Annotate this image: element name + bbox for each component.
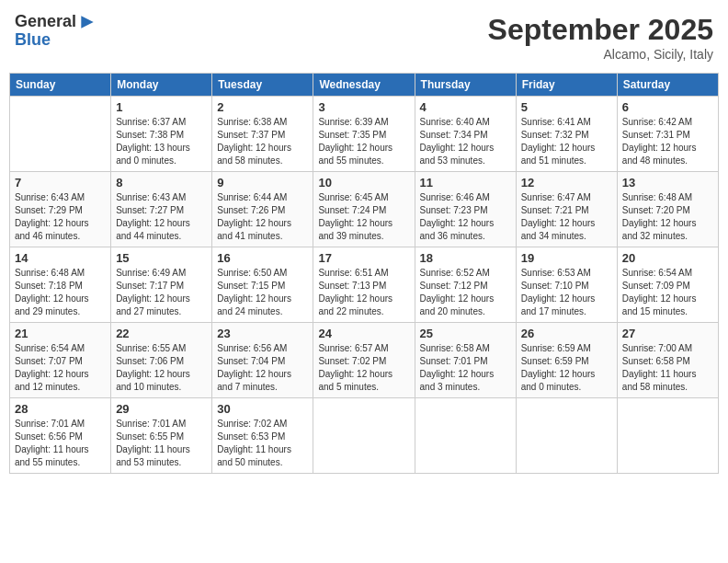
table-row: 5Sunrise: 6:41 AMSunset: 7:32 PMDaylight… (516, 97, 617, 172)
table-row: 21Sunrise: 6:54 AMSunset: 7:07 PMDayligh… (10, 323, 111, 398)
logo-blue-text: Blue (15, 31, 76, 50)
table-row: 25Sunrise: 6:58 AMSunset: 7:01 PMDayligh… (415, 323, 516, 398)
day-info: Sunrise: 6:48 AMSunset: 7:18 PMDaylight:… (15, 267, 106, 318)
day-info: Sunrise: 7:01 AMSunset: 6:56 PMDaylight:… (15, 418, 106, 469)
day-info: Sunrise: 6:45 AMSunset: 7:24 PMDaylight:… (318, 191, 409, 243)
table-row: 29Sunrise: 7:01 AMSunset: 6:55 PMDayligh… (111, 398, 212, 474)
logo: General Blue (15, 13, 97, 50)
day-number: 5 (521, 100, 612, 114)
day-number: 26 (521, 327, 612, 340)
day-number: 10 (318, 176, 409, 190)
table-row: 2Sunrise: 6:38 AMSunset: 7:37 PMDaylight… (212, 97, 313, 172)
day-info: Sunrise: 6:44 AMSunset: 7:26 PMDaylight:… (217, 191, 308, 243)
calendar-week-row: 28Sunrise: 7:01 AMSunset: 6:56 PMDayligh… (10, 398, 719, 474)
logo-icon (78, 13, 97, 31)
day-number: 6 (622, 100, 713, 114)
day-number: 12 (521, 176, 612, 190)
day-info: Sunrise: 6:59 AMSunset: 6:59 PMDaylight:… (521, 342, 612, 394)
day-info: Sunrise: 6:42 AMSunset: 7:31 PMDaylight:… (622, 116, 713, 167)
table-row: 20Sunrise: 6:54 AMSunset: 7:09 PMDayligh… (617, 247, 718, 323)
calendar-header-row: Sunday Monday Tuesday Wednesday Thursday… (10, 74, 719, 97)
table-row: 27Sunrise: 7:00 AMSunset: 6:58 PMDayligh… (617, 323, 718, 398)
calendar-week-row: 7Sunrise: 6:43 AMSunset: 7:29 PMDaylight… (10, 172, 719, 247)
day-info: Sunrise: 7:01 AMSunset: 6:55 PMDaylight:… (116, 418, 207, 469)
day-info: Sunrise: 6:46 AMSunset: 7:23 PMDaylight:… (420, 191, 511, 243)
page-header: General Blue September 2025 Alcamo, Sici… (9, 9, 719, 65)
table-row: 9Sunrise: 6:44 AMSunset: 7:26 PMDaylight… (212, 172, 313, 247)
table-row: 14Sunrise: 6:48 AMSunset: 7:18 PMDayligh… (10, 247, 111, 323)
day-number: 28 (15, 402, 106, 416)
day-info: Sunrise: 6:53 AMSunset: 7:10 PMDaylight:… (521, 267, 612, 318)
day-number: 15 (116, 251, 207, 265)
day-number: 20 (622, 251, 713, 265)
day-info: Sunrise: 6:50 AMSunset: 7:15 PMDaylight:… (217, 267, 308, 318)
table-row (10, 97, 111, 172)
table-row: 7Sunrise: 6:43 AMSunset: 7:29 PMDaylight… (10, 172, 111, 247)
day-number: 21 (15, 327, 106, 340)
day-info: Sunrise: 6:48 AMSunset: 7:20 PMDaylight:… (622, 191, 713, 243)
day-info: Sunrise: 6:56 AMSunset: 7:04 PMDaylight:… (217, 342, 308, 394)
table-row: 22Sunrise: 6:55 AMSunset: 7:06 PMDayligh… (111, 323, 212, 398)
table-row: 1Sunrise: 6:37 AMSunset: 7:38 PMDaylight… (111, 97, 212, 172)
day-info: Sunrise: 6:41 AMSunset: 7:32 PMDaylight:… (521, 116, 612, 167)
table-row: 11Sunrise: 6:46 AMSunset: 7:23 PMDayligh… (415, 172, 516, 247)
table-row (516, 398, 617, 474)
day-number: 29 (116, 402, 207, 416)
table-row: 13Sunrise: 6:48 AMSunset: 7:20 PMDayligh… (617, 172, 718, 247)
day-info: Sunrise: 6:43 AMSunset: 7:27 PMDaylight:… (116, 191, 207, 243)
table-row (313, 398, 415, 474)
day-number: 8 (116, 176, 207, 190)
table-row: 8Sunrise: 6:43 AMSunset: 7:27 PMDaylight… (111, 172, 212, 247)
day-info: Sunrise: 6:39 AMSunset: 7:35 PMDaylight:… (318, 116, 409, 167)
table-row: 24Sunrise: 6:57 AMSunset: 7:02 PMDayligh… (313, 323, 415, 398)
col-thursday: Thursday (415, 74, 516, 97)
day-number: 2 (217, 100, 308, 114)
day-number: 22 (116, 327, 207, 340)
day-info: Sunrise: 7:02 AMSunset: 6:53 PMDaylight:… (217, 418, 308, 469)
table-row: 15Sunrise: 6:49 AMSunset: 7:17 PMDayligh… (111, 247, 212, 323)
day-number: 1 (116, 100, 207, 114)
col-monday: Monday (111, 74, 212, 97)
calendar-table: Sunday Monday Tuesday Wednesday Thursday… (9, 73, 719, 474)
day-number: 13 (622, 176, 713, 190)
day-number: 16 (217, 251, 308, 265)
day-info: Sunrise: 6:52 AMSunset: 7:12 PMDaylight:… (420, 267, 511, 318)
day-info: Sunrise: 6:58 AMSunset: 7:01 PMDaylight:… (420, 342, 511, 394)
logo-general-text: General (15, 13, 76, 31)
table-row: 17Sunrise: 6:51 AMSunset: 7:13 PMDayligh… (313, 247, 415, 323)
col-wednesday: Wednesday (313, 74, 415, 97)
col-saturday: Saturday (617, 74, 718, 97)
day-number: 25 (420, 327, 511, 340)
table-row (415, 398, 516, 474)
day-info: Sunrise: 6:55 AMSunset: 7:06 PMDaylight:… (116, 342, 207, 394)
table-row: 4Sunrise: 6:40 AMSunset: 7:34 PMDaylight… (415, 97, 516, 172)
day-number: 27 (622, 327, 713, 340)
table-row: 12Sunrise: 6:47 AMSunset: 7:21 PMDayligh… (516, 172, 617, 247)
day-info: Sunrise: 6:54 AMSunset: 7:09 PMDaylight:… (622, 267, 713, 318)
table-row: 10Sunrise: 6:45 AMSunset: 7:24 PMDayligh… (313, 172, 415, 247)
table-row: 19Sunrise: 6:53 AMSunset: 7:10 PMDayligh… (516, 247, 617, 323)
day-info: Sunrise: 6:49 AMSunset: 7:17 PMDaylight:… (116, 267, 207, 318)
table-row: 6Sunrise: 6:42 AMSunset: 7:31 PMDaylight… (617, 97, 718, 172)
table-row: 30Sunrise: 7:02 AMSunset: 6:53 PMDayligh… (212, 398, 313, 474)
day-number: 30 (217, 402, 308, 416)
day-info: Sunrise: 6:40 AMSunset: 7:34 PMDaylight:… (420, 116, 511, 167)
day-number: 11 (420, 176, 511, 190)
day-info: Sunrise: 6:47 AMSunset: 7:21 PMDaylight:… (521, 191, 612, 243)
day-number: 9 (217, 176, 308, 190)
table-row: 18Sunrise: 6:52 AMSunset: 7:12 PMDayligh… (415, 247, 516, 323)
table-row: 3Sunrise: 6:39 AMSunset: 7:35 PMDaylight… (313, 97, 415, 172)
day-number: 19 (521, 251, 612, 265)
day-number: 18 (420, 251, 511, 265)
table-row (617, 398, 718, 474)
calendar-week-row: 1Sunrise: 6:37 AMSunset: 7:38 PMDaylight… (10, 97, 719, 172)
day-number: 17 (318, 251, 409, 265)
day-info: Sunrise: 6:57 AMSunset: 7:02 PMDaylight:… (318, 342, 409, 394)
day-info: Sunrise: 6:37 AMSunset: 7:38 PMDaylight:… (116, 116, 207, 167)
calendar-week-row: 14Sunrise: 6:48 AMSunset: 7:18 PMDayligh… (10, 247, 719, 323)
svg-marker-0 (81, 16, 93, 28)
table-row: 28Sunrise: 7:01 AMSunset: 6:56 PMDayligh… (10, 398, 111, 474)
month-title: September 2025 (488, 13, 713, 47)
day-number: 4 (420, 100, 511, 114)
day-number: 24 (318, 327, 409, 340)
